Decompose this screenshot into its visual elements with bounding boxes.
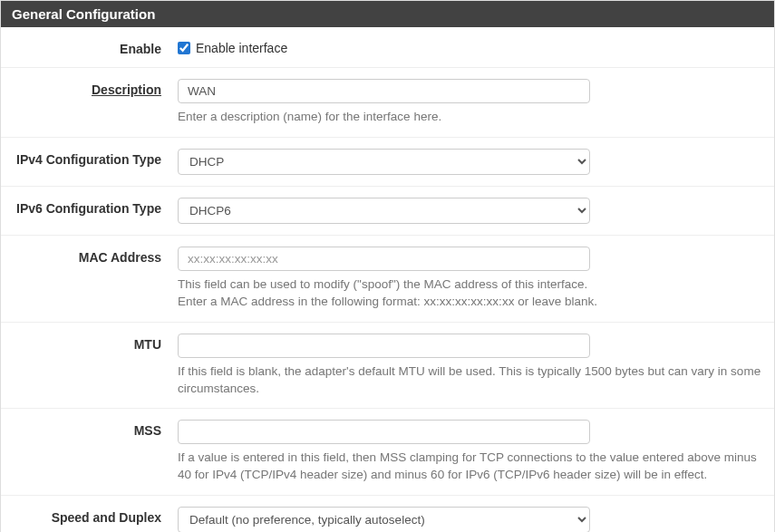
row-speed: Speed and Duplex Default (no preference,…: [1, 496, 774, 532]
row-enable: Enable Enable interface: [1, 27, 774, 68]
row-ipv4: IPv4 Configuration Type DHCP: [1, 138, 774, 187]
mtu-input[interactable]: [178, 334, 590, 358]
row-mtu: MTU If this field is blank, the adapter'…: [1, 323, 774, 410]
help-mac: This field can be used to modify ("spoof…: [178, 276, 763, 311]
ipv4-select[interactable]: DHCP: [178, 149, 590, 175]
label-mss: MSS: [1, 420, 178, 438]
row-description: Description Enter a description (name) f…: [1, 68, 774, 138]
ipv6-select[interactable]: DHCP6: [178, 198, 590, 224]
mss-input[interactable]: [178, 420, 590, 444]
general-configuration-panel: General Configuration Enable Enable inte…: [0, 0, 775, 532]
description-input[interactable]: [178, 79, 590, 103]
label-ipv6: IPv6 Configuration Type: [1, 198, 178, 216]
label-mtu: MTU: [1, 334, 178, 352]
label-speed: Speed and Duplex: [1, 507, 178, 525]
panel-title: General Configuration: [1, 1, 774, 27]
help-mss: If a value is entered in this field, the…: [178, 450, 763, 484]
label-ipv4: IPv4 Configuration Type: [1, 149, 178, 167]
enable-checkbox-label: Enable interface: [196, 41, 287, 55]
speed-select[interactable]: Default (no preference, typically autose…: [178, 507, 590, 532]
row-mac: MAC Address This field can be used to mo…: [1, 236, 774, 323]
row-mss: MSS If a value is entered in this field,…: [1, 409, 774, 496]
enable-checkbox[interactable]: [178, 42, 190, 54]
label-enable: Enable: [1, 38, 178, 56]
row-ipv6: IPv6 Configuration Type DHCP6: [1, 187, 774, 236]
label-description: Description: [1, 79, 178, 97]
help-description: Enter a description (name) for the inter…: [178, 109, 763, 126]
mac-input[interactable]: [178, 247, 590, 271]
help-mtu: If this field is blank, the adapter's de…: [178, 363, 763, 398]
label-mac: MAC Address: [1, 247, 178, 265]
